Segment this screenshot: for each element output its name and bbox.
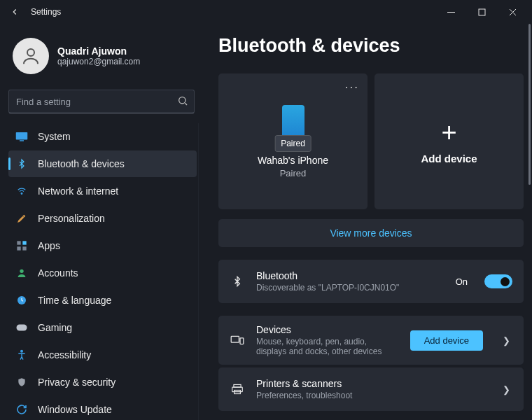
sidebar-item-accessibility[interactable]: Accessibility (8, 342, 197, 368)
sidebar-item-label: Accounts (38, 267, 78, 279)
sidebar-item-label: Privacy & security (38, 377, 115, 388)
svg-point-6 (21, 193, 22, 195)
row-subtitle: Preferences, troubleshoot (256, 391, 438, 400)
svg-rect-9 (17, 246, 20, 250)
tooltip: Paired (274, 135, 312, 152)
sidebar-item-label: Time & language (38, 295, 111, 306)
svg-point-3 (179, 97, 186, 104)
bluetooth-icon (15, 158, 28, 170)
close-icon (509, 8, 517, 16)
content-area: Bluetooth & devices ··· Wahab's iPhone P… (203, 24, 532, 420)
minimize-button[interactable] (435, 1, 466, 22)
svg-rect-10 (22, 246, 26, 250)
bluetooth-toggle[interactable] (484, 274, 512, 288)
paintbrush-icon (15, 212, 28, 225)
svg-rect-13 (17, 325, 27, 331)
add-device-button[interactable]: Add device (410, 330, 483, 351)
sidebar-item-update[interactable]: Windows Update (8, 396, 197, 420)
row-title: Devices (256, 324, 399, 335)
printers-row[interactable]: Printers & scanners Preferences, trouble… (218, 368, 524, 411)
devices-icon (230, 335, 245, 346)
plus-icon: + (441, 119, 456, 146)
search-input[interactable] (8, 90, 195, 113)
svg-rect-8 (22, 241, 26, 244)
sidebar: Quadri Ajuwon qajuwon2@gmail.com System … (0, 24, 203, 420)
svg-rect-1 (479, 9, 485, 15)
device-tile[interactable]: ··· Wahab's iPhone Paired Paired (218, 74, 368, 209)
device-tile-more-button[interactable]: ··· (345, 80, 359, 94)
sidebar-item-label: Windows Update (38, 404, 112, 415)
sidebar-item-apps[interactable]: Apps (8, 232, 197, 259)
bluetooth-toggle-row: Bluetooth Discoverable as "LAPTOP-I0CJN0… (218, 260, 524, 303)
svg-rect-7 (17, 241, 20, 244)
apps-icon (15, 239, 28, 252)
sidebar-item-label: Bluetooth & devices (38, 158, 125, 169)
svg-rect-16 (240, 338, 244, 344)
minimize-icon (447, 8, 455, 16)
row-title: Bluetooth (256, 270, 444, 281)
gamepad-icon (15, 321, 28, 334)
wifi-icon (15, 185, 28, 197)
sidebar-item-accounts[interactable]: Accounts (8, 260, 197, 286)
monitor-icon (15, 130, 28, 143)
sidebar-item-label: Gaming (38, 322, 72, 333)
sidebar-item-label: Accessibility (38, 349, 91, 360)
row-title: Printers & scanners (256, 378, 483, 389)
nav-list: System Bluetooth & devices Network & int… (8, 123, 199, 420)
svg-point-11 (20, 270, 23, 273)
svg-rect-15 (231, 336, 239, 342)
view-more-devices-button[interactable]: View more devices (218, 219, 524, 247)
svg-point-2 (27, 49, 34, 56)
sidebar-item-gaming[interactable]: Gaming (8, 314, 197, 341)
sidebar-item-label: Apps (38, 240, 60, 251)
add-device-tile[interactable]: + Add device (374, 74, 524, 209)
maximize-button[interactable] (466, 1, 497, 22)
user-name: Quadri Ajuwon (57, 46, 140, 57)
scrollbar[interactable] (528, 24, 531, 185)
device-status: Paired (280, 168, 307, 178)
window-controls (435, 1, 528, 22)
view-more-devices-label: View more devices (330, 227, 412, 239)
close-button[interactable] (497, 1, 528, 22)
arrow-left-icon (10, 7, 20, 17)
maximize-icon (478, 8, 486, 16)
search-box (8, 90, 195, 113)
sidebar-item-label: System (38, 131, 71, 142)
svg-rect-4 (16, 132, 28, 140)
update-icon (15, 403, 28, 416)
printer-icon (230, 384, 245, 395)
sidebar-item-personalization[interactable]: Personalization (8, 205, 197, 232)
avatar (13, 38, 49, 74)
accessibility-icon (15, 349, 28, 361)
sidebar-item-label: Personalization (38, 213, 105, 224)
sidebar-item-time[interactable]: Time & language (8, 287, 197, 314)
chevron-right-icon[interactable]: ❯ (500, 335, 512, 346)
sidebar-item-label: Network & internet (38, 186, 118, 197)
account-icon (15, 267, 28, 279)
svg-point-14 (21, 350, 23, 352)
add-device-label: Add device (421, 153, 477, 164)
row-subtitle: Mouse, keyboard, pen, audio, displays an… (256, 337, 399, 356)
person-icon (20, 46, 41, 66)
svg-rect-18 (232, 387, 243, 392)
back-button[interactable] (4, 1, 25, 22)
user-email: qajuwon2@gmail.com (57, 57, 140, 66)
shield-icon (15, 376, 28, 388)
toggle-state-label: On (456, 276, 468, 287)
sidebar-item-bluetooth[interactable]: Bluetooth & devices (8, 150, 197, 177)
sidebar-item-privacy[interactable]: Privacy & security (8, 369, 197, 396)
device-name: Wahab's iPhone Paired (258, 155, 328, 166)
chevron-right-icon[interactable]: ❯ (500, 384, 512, 395)
bluetooth-icon (230, 274, 245, 288)
page-title: Bluetooth & devices (218, 35, 532, 57)
sidebar-item-system[interactable]: System (8, 123, 197, 150)
sidebar-item-network[interactable]: Network & internet (8, 178, 197, 204)
profile-block[interactable]: Quadri Ajuwon qajuwon2@gmail.com (13, 38, 195, 74)
clock-icon (15, 294, 28, 307)
row-subtitle: Discoverable as "LAPTOP-I0CJN01O" (256, 283, 438, 293)
devices-row[interactable]: Devices Mouse, keyboard, pen, audio, dis… (218, 316, 524, 365)
search-icon (177, 95, 188, 106)
window-title: Settings (31, 7, 61, 17)
title-bar: Settings (0, 0, 532, 24)
svg-rect-5 (20, 140, 24, 141)
